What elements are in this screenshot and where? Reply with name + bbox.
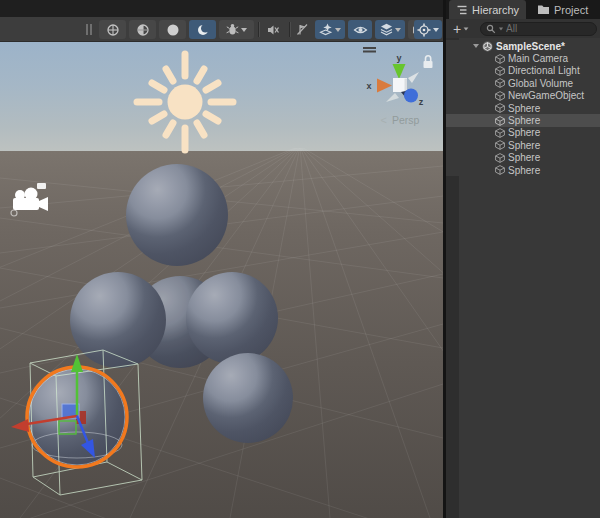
chevron-down-icon (464, 27, 469, 30)
item-label: Sphere (508, 152, 540, 163)
gameobject-cube-icon (495, 153, 505, 163)
tab-hierarchy[interactable]: Hierarchy (449, 0, 526, 19)
gameobject-cube-icon (495, 165, 505, 175)
bug-icon (226, 23, 239, 36)
flag-off-icon (296, 23, 309, 36)
shaded-sphere-icon (166, 23, 180, 37)
moon-lighting-icon (196, 23, 210, 37)
sphere-object[interactable] (186, 272, 278, 364)
hierarchy-item[interactable]: Sphere (446, 152, 600, 164)
item-label: Sphere (508, 115, 540, 126)
hierarchy-item[interactable]: Directional Light (446, 65, 600, 77)
chevron-down-icon (335, 28, 341, 32)
item-label: SampleScene* (496, 41, 565, 52)
scene-view[interactable]: y x z < Persp (0, 42, 443, 518)
item-label: Directional Light (508, 65, 580, 76)
gameobject-cube-icon (495, 78, 505, 88)
item-label: Sphere (508, 103, 540, 114)
lighting-toggle-button[interactable] (189, 20, 216, 39)
camera-gizmo-icon[interactable] (8, 182, 54, 222)
cube-side-face (405, 79, 408, 92)
hierarchy-item-selected[interactable]: Sphere (446, 114, 600, 126)
hierarchy-item-scene[interactable]: SampleScene* (446, 40, 600, 52)
gameobject-cube-icon (495, 128, 505, 138)
z-axis-ball[interactable] (404, 89, 418, 103)
panel-tab-bar: Hierarchy Project (446, 0, 600, 19)
toolbar-drag-handle[interactable] (86, 24, 92, 35)
hierarchy-item[interactable]: Sphere (446, 164, 600, 176)
gameobject-cube-icon (495, 66, 505, 76)
scene-view-toolbar (0, 17, 443, 42)
visibility-eye-icon (353, 24, 368, 36)
x-axis-cone[interactable] (377, 79, 392, 93)
unity-editor-window: { "scene_toolbar": { "icons": ["wirefram… (0, 0, 600, 518)
search-filter-chevron-icon[interactable] (499, 27, 503, 30)
effects-dropdown-button[interactable] (315, 20, 345, 39)
y-axis-cone[interactable] (393, 64, 406, 79)
shaded-mode-button[interactable] (159, 20, 186, 39)
wireframe-mode-button[interactable] (99, 20, 126, 39)
item-label: NewGameObject (508, 90, 584, 101)
x-axis-label: x (366, 81, 371, 91)
chevron-down-icon (395, 28, 401, 32)
selected-sphere-object[interactable] (28, 368, 126, 466)
back-axis-cone[interactable] (386, 93, 399, 102)
gameobject-cube-icon (495, 116, 505, 126)
hierarchy-tree: SampleScene* Main Camera Directional Lig… (446, 40, 600, 176)
hierarchy-list-icon (456, 4, 468, 16)
toolbar-separator (289, 22, 290, 37)
layers-icon (380, 23, 393, 36)
create-object-button[interactable]: + (449, 20, 473, 37)
chevron-down-icon (433, 28, 439, 32)
overlay-menu-icon[interactable] (363, 47, 376, 53)
orientation-gizmo[interactable]: y x z < Persp (351, 45, 443, 135)
expand-triangle-icon[interactable] (473, 44, 479, 48)
hierarchy-item[interactable]: Sphere (446, 139, 600, 151)
sphere-object[interactable] (203, 353, 293, 443)
scene-asset-icon (482, 41, 493, 52)
z-axis-label: z (419, 97, 424, 107)
scene-visibility-button[interactable] (348, 20, 372, 39)
audio-mute-button[interactable] (261, 20, 285, 39)
debug-draw-button[interactable] (219, 20, 254, 39)
tab-project[interactable]: Project (530, 0, 595, 19)
post-effects-off-button[interactable] (292, 20, 312, 39)
sphere-object[interactable] (70, 272, 166, 368)
shaded-wireframe-sphere-icon (136, 23, 150, 37)
projection-label[interactable]: Persp (392, 114, 420, 126)
search-icon (486, 24, 496, 34)
y-axis-label: y (396, 53, 401, 63)
item-label: Sphere (508, 165, 540, 176)
hierarchy-item[interactable]: Global Volume (446, 77, 600, 89)
shaded-wireframe-mode-button[interactable] (129, 20, 156, 39)
gameobject-cube-icon (495, 54, 505, 64)
tab-label: Project (554, 4, 588, 16)
toolbar-separator (258, 22, 259, 37)
plus-label: + (453, 21, 461, 37)
hierarchy-search-box[interactable] (480, 22, 597, 36)
item-label: Sphere (508, 140, 540, 151)
hierarchy-item[interactable]: Sphere (446, 127, 600, 139)
chevron-left-icon[interactable]: < (381, 114, 387, 126)
search-input[interactable] (506, 23, 591, 34)
orientation-gizmo-dropdown-button[interactable] (414, 20, 442, 39)
item-label: Sphere (508, 127, 540, 138)
folder-icon (537, 4, 550, 15)
hierarchy-item[interactable]: Main Camera (446, 52, 600, 64)
item-label: Global Volume (508, 78, 573, 89)
gameobject-cube-icon (495, 103, 505, 113)
effects-star-icon (319, 23, 333, 36)
audio-muted-icon (266, 23, 280, 37)
back-axis-cone[interactable] (408, 72, 419, 83)
tab-label: Hierarchy (472, 4, 519, 16)
window-top-strip (0, 0, 443, 17)
layers-dropdown-button[interactable] (375, 20, 405, 39)
axes-gizmo-icon (417, 23, 431, 37)
sphere-object[interactable] (126, 164, 228, 266)
hierarchy-item[interactable]: Sphere (446, 102, 600, 114)
hierarchy-panel: Hierarchy Project + (443, 0, 600, 518)
sun-light-gizmo-icon[interactable] (133, 50, 237, 154)
hierarchy-item[interactable]: NewGameObject (446, 90, 600, 102)
lock-icon[interactable] (424, 56, 433, 68)
chevron-down-icon (241, 28, 247, 32)
